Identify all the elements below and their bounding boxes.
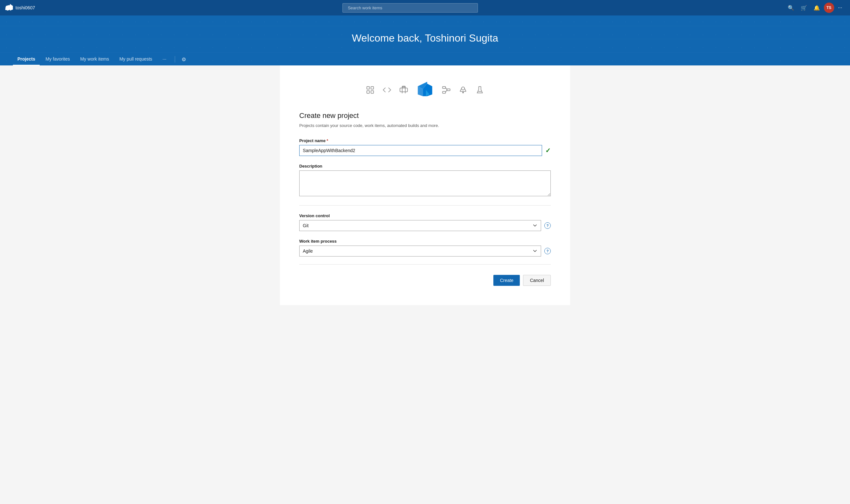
user-avatar[interactable]: TS (824, 3, 834, 13)
basket-icon: 🛒 (801, 5, 807, 11)
more-options-button[interactable]: ··· (835, 3, 845, 13)
search-input[interactable] (342, 3, 478, 13)
nav-item-projects[interactable]: Projects (13, 53, 40, 66)
ellipsis-icon: ··· (838, 5, 842, 11)
org-name: toshi0607 (16, 5, 35, 10)
svg-rect-2 (371, 87, 373, 89)
basket-button[interactable]: 🛒 (798, 3, 810, 13)
nav-item-pull-requests[interactable]: My pull requests (115, 53, 157, 66)
version-control-label: Version control (299, 213, 551, 218)
svg-line-13 (446, 87, 447, 90)
work-item-process-group: Work item process Agile Scrum CMMI Basic… (299, 239, 551, 256)
form-title: Create new project (299, 111, 551, 120)
svg-point-15 (461, 87, 464, 90)
azure-devops-logo-icon (5, 4, 13, 12)
description-label: Description (299, 164, 551, 168)
svg-rect-1 (367, 91, 370, 93)
pipelines-icon[interactable] (442, 85, 451, 97)
form-button-row: Create Cancel (299, 275, 551, 286)
work-item-process-label: Work item process (299, 239, 551, 244)
svg-line-16 (460, 88, 462, 91)
svg-rect-10 (442, 87, 445, 89)
search-area (35, 3, 785, 13)
svg-line-14 (446, 90, 447, 92)
notifications-button[interactable]: 🔔 (811, 3, 822, 13)
create-button[interactable]: Create (493, 275, 520, 286)
svg-rect-12 (447, 89, 450, 91)
bell-icon: 🔔 (814, 5, 820, 11)
project-name-group: Project name* ✓ (299, 138, 551, 156)
product-icon-row (299, 81, 551, 101)
search-icon: 🔍 (788, 5, 794, 11)
work-item-process-select-row: Agile Scrum CMMI Basic ? (299, 246, 551, 256)
svg-rect-0 (367, 87, 370, 89)
test-plans-icon[interactable] (459, 85, 467, 97)
nav-item-favorites[interactable]: My favorites (41, 53, 74, 66)
form-bottom-divider (299, 264, 551, 265)
nav-item-work-items[interactable]: My work items (76, 53, 113, 66)
project-name-valid-icon: ✓ (545, 147, 551, 154)
version-control-select[interactable]: Git Team Foundation Version Control (299, 220, 541, 231)
org-logo[interactable]: toshi0607 (5, 4, 35, 12)
hero-nav: Projects My favorites My work items My p… (0, 53, 850, 66)
version-control-group: Version control Git Team Foundation Vers… (299, 213, 551, 231)
topbar: toshi0607 🔍 🛒 🔔 TS ··· (0, 0, 850, 16)
lab-icon[interactable] (475, 85, 484, 97)
repos-icon[interactable] (383, 85, 391, 97)
hero-title: Welcome back, Toshinori Sugita (0, 26, 850, 53)
work-item-process-help-icon[interactable]: ? (544, 248, 551, 254)
svg-rect-11 (442, 91, 445, 93)
svg-rect-3 (371, 91, 373, 93)
nav-item-more[interactable]: ··· (158, 53, 171, 66)
search-button[interactable]: 🔍 (785, 3, 797, 13)
main-content: Create new project Projects contain your… (280, 66, 570, 305)
hero-section: Welcome back, Toshinori Sugita Projects … (0, 16, 850, 66)
svg-point-19 (462, 92, 464, 93)
svg-rect-4 (402, 86, 405, 88)
description-group: Description (299, 164, 551, 198)
topbar-actions: 🔍 🛒 🔔 TS ··· (785, 3, 845, 13)
boards-icon[interactable] (366, 85, 375, 97)
nav-settings-button[interactable]: ⚙ (179, 54, 189, 65)
nav-separator (175, 56, 175, 62)
azure-devops-main-icon[interactable] (416, 81, 434, 101)
required-marker: * (327, 138, 328, 143)
cancel-button[interactable]: Cancel (523, 275, 551, 286)
form-subtitle: Projects contain your source code, work … (299, 123, 551, 128)
project-name-label: Project name* (299, 138, 551, 143)
version-control-help-icon[interactable]: ? (544, 222, 551, 229)
version-control-select-row: Git Team Foundation Version Control ? (299, 220, 551, 231)
form-divider (299, 205, 551, 205)
artifacts-icon[interactable] (399, 85, 408, 97)
svg-line-17 (465, 88, 466, 91)
project-name-input-row: ✓ (299, 145, 551, 156)
work-item-process-select[interactable]: Agile Scrum CMMI Basic (299, 246, 541, 256)
azure-devops-svg (416, 81, 434, 99)
description-input[interactable] (299, 170, 551, 196)
project-name-input[interactable] (299, 145, 542, 156)
